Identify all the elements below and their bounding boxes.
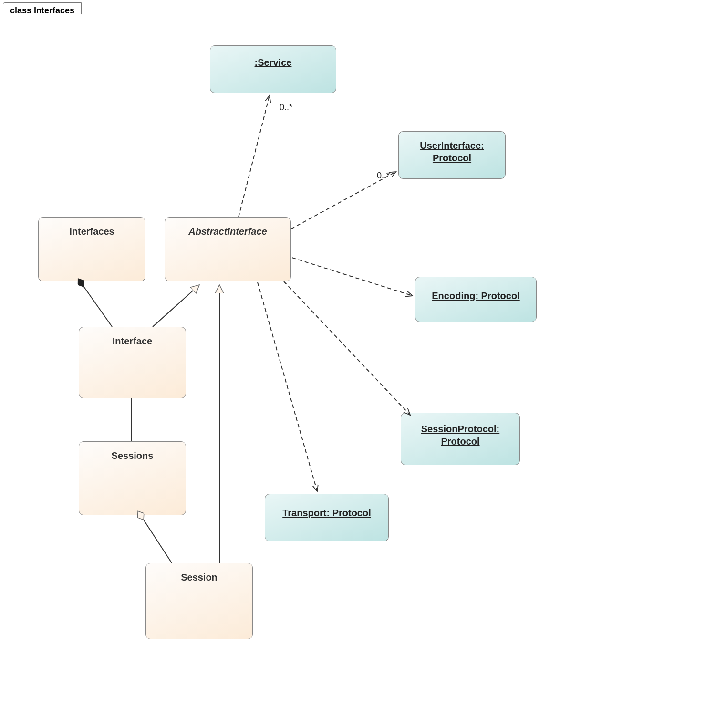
node-userinterface-l2: Protocol xyxy=(433,153,471,163)
node-transport-label: Transport: Protocol xyxy=(282,508,371,518)
dep-abstract-to-sessionprotocol xyxy=(284,281,410,415)
node-userinterface-l1: UserInterface: xyxy=(420,140,484,151)
node-service: :Service xyxy=(210,45,336,93)
gen-interface-to-abstract xyxy=(153,285,199,327)
frame-label: class Interfaces xyxy=(3,2,82,19)
dep-abstract-to-transport xyxy=(258,282,317,491)
dep-abstract-to-encoding xyxy=(292,258,413,296)
node-userinterface: UserInterface: Protocol xyxy=(398,131,506,179)
node-sessions-label: Sessions xyxy=(112,450,154,461)
node-abstractinterface-label: AbstractInterface xyxy=(188,226,267,237)
node-interface: Interface xyxy=(79,327,186,398)
node-interface-label: Interface xyxy=(113,336,152,346)
node-encoding: Encoding: Protocol xyxy=(415,277,537,322)
multiplicity-userinterface: 0..* xyxy=(377,171,390,181)
node-sessionprotocol-l2: Protocol xyxy=(441,436,479,447)
node-sessionprotocol-l1: SessionProtocol: xyxy=(421,424,499,434)
multiplicity-service: 0..* xyxy=(280,103,292,113)
dep-abstract-to-service xyxy=(239,95,270,217)
node-transport: Transport: Protocol xyxy=(265,494,389,541)
node-encoding-label: Encoding: Protocol xyxy=(432,291,519,301)
agg-sessions-session xyxy=(143,519,172,563)
node-session-label: Session xyxy=(181,572,218,582)
node-service-label: :Service xyxy=(255,57,292,68)
node-abstractinterface: AbstractInterface xyxy=(165,217,291,281)
node-sessions: Sessions xyxy=(79,441,186,515)
node-interfaces-label: Interfaces xyxy=(69,226,114,237)
node-session: Session xyxy=(145,563,253,639)
comp-interfaces-interface xyxy=(83,286,112,327)
node-interfaces: Interfaces xyxy=(38,217,145,281)
node-sessionprotocol: SessionProtocol: Protocol xyxy=(401,413,520,465)
diagram-canvas: class Interfaces :Service UserInterface:… xyxy=(0,0,726,728)
